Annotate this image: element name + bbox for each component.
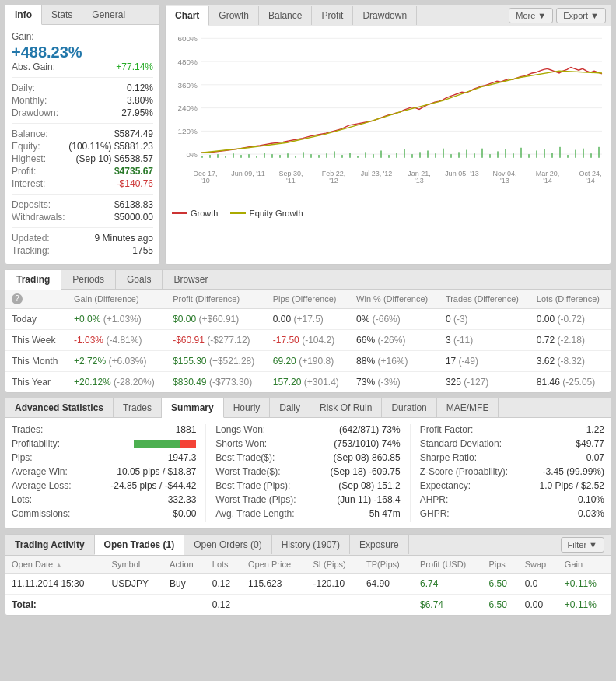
tracking-value: 1755 <box>132 245 153 256</box>
svg-text:'10: '10 <box>201 177 210 185</box>
tab-profit[interactable]: Profit <box>312 6 353 25</box>
total-label: Total: <box>5 595 106 616</box>
tab-info[interactable]: Info <box>5 5 42 25</box>
adv-besttrade-value: (Sep 08) 860.85 <box>334 452 401 463</box>
tab-growth[interactable]: Growth <box>209 6 259 25</box>
tab-browser[interactable]: Browser <box>163 270 219 289</box>
month-profit: $155.30 (+$521.28) <box>166 351 267 372</box>
adv-besttradepips-row: Best Trade (Pips): (Sep 08) 151.2 <box>215 480 400 491</box>
chart-svg: 600% 480% 360% 240% 120% 0% <box>170 31 606 187</box>
equity-row: Equity: (100.11%) $5881.23 <box>12 141 153 152</box>
svg-rect-37 <box>396 153 397 158</box>
tab-general[interactable]: General <box>82 5 135 24</box>
adv-sharpe-value: 0.07 <box>586 452 604 463</box>
advanced-panel: Advanced Statistics Trades Summary Hourl… <box>5 398 611 529</box>
tab-trading[interactable]: Trading <box>5 270 61 290</box>
more-button[interactable]: More ▼ <box>509 8 553 23</box>
trade-pips: 6.50 <box>482 574 518 595</box>
svg-text:'14: '14 <box>586 177 595 185</box>
adv-besttrade-row: Best Trade($): (Sep 08) 860.85 <box>215 452 400 463</box>
adv-tab-duration[interactable]: Duration <box>382 398 436 417</box>
adv-worsttrade-value: (Sep 18) -609.75 <box>331 466 401 477</box>
chart-panel: Chart Growth Balance Profit Drawdown Mor… <box>165 5 611 265</box>
adv-commissions-row: Commissions: $0.00 <box>12 508 196 519</box>
tab-chart[interactable]: Chart <box>166 6 209 26</box>
adv-longswon-row: Longs Won: (642/871) 73% <box>215 424 400 435</box>
adv-divider1 <box>205 424 206 522</box>
adv-zscore-value: -3.45 (99.99%) <box>543 466 604 477</box>
tab-periods[interactable]: Periods <box>61 270 116 289</box>
svg-rect-53 <box>520 148 522 158</box>
tab-balance[interactable]: Balance <box>259 6 312 25</box>
adv-avgtrade-value: 5h 47m <box>369 508 401 519</box>
adv-stddev-label: Standard Deviation: <box>420 438 502 449</box>
profit-value: $4735.67 <box>114 166 153 177</box>
adv-ahpr-value: 0.10% <box>578 494 604 505</box>
adv-tab-daily[interactable]: Daily <box>270 398 310 417</box>
table-row: This Week -1.03% (-4.81%) -$60.91 (-$277… <box>5 330 611 351</box>
adv-pips-label: Pips: <box>12 452 33 463</box>
tab-goals[interactable]: Goals <box>116 270 163 289</box>
profitability-green-bar <box>134 440 180 448</box>
period-year: This Year <box>5 372 68 393</box>
adv-col2: Longs Won: (642/871) 73% Shorts Won: (75… <box>215 424 400 522</box>
col-pips: Pips (Difference) <box>267 290 350 309</box>
updated-label: Updated: <box>12 233 50 244</box>
total-empty4 <box>307 595 360 616</box>
balance-value: $5874.49 <box>114 128 153 139</box>
help-icon[interactable]: ? <box>12 293 23 304</box>
svg-rect-23 <box>287 153 289 158</box>
adv-tab-mae[interactable]: MAE/MFE <box>437 398 499 417</box>
col-lots: Lots <box>206 556 242 574</box>
legend-equity-line <box>230 212 246 214</box>
adv-ghpr-row: GHPR: 0.03% <box>420 508 604 519</box>
adv-profitfactor-row: Profit Factor: 1.22 <box>420 424 604 435</box>
svg-text:0%: 0% <box>187 150 198 159</box>
col-win: Win % (Difference) <box>350 290 439 309</box>
svg-rect-26 <box>310 154 312 158</box>
adv-tab-hourly[interactable]: Hourly <box>224 398 271 417</box>
adv-tab-risk[interactable]: Risk Of Ruin <box>310 398 382 417</box>
tracking-label: Tracking: <box>12 245 50 256</box>
col-tp: TP(Pips) <box>360 556 414 574</box>
profit-row: Profit: $4735.67 <box>12 166 153 177</box>
svg-rect-20 <box>264 153 265 158</box>
col-pips: Pips <box>482 556 518 574</box>
activity-panel: Trading Activity Open Trades (1) Open Or… <box>5 534 611 616</box>
svg-rect-43 <box>443 149 444 158</box>
tab-drawdown[interactable]: Drawdown <box>353 6 417 25</box>
month-lots: 3.62 (-8.32) <box>530 351 611 372</box>
adv-tab-trades[interactable]: Trades <box>114 398 162 417</box>
svg-text:480%: 480% <box>177 58 198 66</box>
activity-tab-orders[interactable]: Open Orders (0) <box>184 535 271 554</box>
adv-tab-summary[interactable]: Summary <box>162 398 224 418</box>
trading-table: ? Gain (Difference) Profit (Difference) … <box>5 290 611 392</box>
table-row: 11.11.2014 15:30 USDJPY Buy 0.12 115.623… <box>5 574 611 595</box>
col-action: Action <box>163 556 206 574</box>
year-lots: 81.46 (-25.05) <box>530 372 611 393</box>
filter-button[interactable]: Filter ▼ <box>561 537 604 553</box>
svg-text:240%: 240% <box>177 104 198 113</box>
activity-tab-history[interactable]: History (1907) <box>272 535 350 554</box>
activity-tab-open[interactable]: Open Trades (1) <box>95 535 185 555</box>
top-row: Info Stats General Gain: +488.23% Abs. G… <box>5 5 611 269</box>
svg-rect-51 <box>505 149 506 158</box>
svg-text:Jul 23, '12: Jul 23, '12 <box>361 170 393 177</box>
col-open-price: Open Price <box>242 556 306 574</box>
col-gain: Gain (Difference) <box>68 290 166 309</box>
activity-tab-exposure[interactable]: Exposure <box>350 535 409 554</box>
gain-label: Gain: <box>12 31 153 42</box>
total-profit: $6.74 <box>414 595 482 616</box>
adv-col1: Trades: 1881 Profitability: Pips: 1947.3… <box>12 424 196 522</box>
withdrawals-row: Withdrawals: $5000.00 <box>12 212 153 223</box>
symbol-link[interactable]: USDJPY <box>112 578 149 589</box>
today-pips: 0.00 (+17.5) <box>267 309 350 330</box>
svg-rect-35 <box>380 150 382 157</box>
tab-stats[interactable]: Stats <box>42 5 82 24</box>
profit-label: Profit: <box>12 166 36 177</box>
adv-ahpr-row: AHPR: 0.10% <box>420 494 604 505</box>
svg-rect-40 <box>419 152 421 157</box>
svg-rect-47 <box>474 153 475 158</box>
export-button[interactable]: Export ▼ <box>556 8 606 23</box>
svg-text:'14: '14 <box>543 177 552 185</box>
